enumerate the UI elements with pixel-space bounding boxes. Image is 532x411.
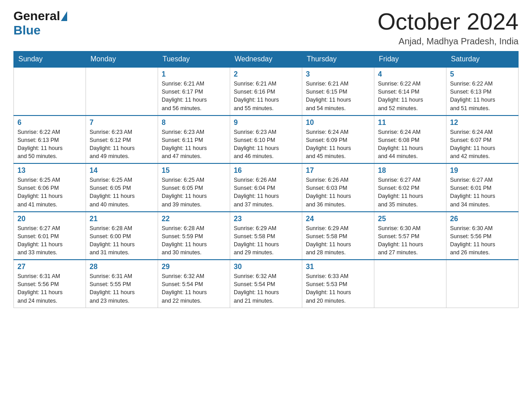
calendar-cell: 7Sunrise: 6:23 AM Sunset: 6:12 PM Daylig… (86, 116, 158, 164)
day-number: 5 (450, 70, 515, 78)
calendar-cell: 14Sunrise: 6:25 AM Sunset: 6:05 PM Dayli… (86, 163, 158, 212)
logo-triangle-icon (61, 11, 67, 21)
weekday-header-tuesday: Tuesday (158, 51, 230, 68)
day-info: Sunrise: 6:30 AM Sunset: 5:57 PM Dayligh… (378, 224, 442, 257)
day-number: 2 (234, 70, 298, 78)
day-info: Sunrise: 6:25 AM Sunset: 6:05 PM Dayligh… (162, 176, 226, 209)
calendar-table: SundayMondayTuesdayWednesdayThursdayFrid… (13, 51, 519, 308)
day-number: 23 (234, 215, 298, 223)
logo-blue-text: Blue (13, 23, 41, 37)
day-info: Sunrise: 6:23 AM Sunset: 6:10 PM Dayligh… (234, 128, 298, 161)
calendar-cell: 23Sunrise: 6:29 AM Sunset: 5:58 PM Dayli… (230, 212, 302, 260)
day-number: 9 (234, 119, 298, 127)
location-text: Anjad, Madhya Pradesh, India (378, 36, 519, 47)
week-row-5: 27Sunrise: 6:31 AM Sunset: 5:56 PM Dayli… (14, 260, 519, 308)
day-number: 30 (234, 263, 298, 271)
day-info: Sunrise: 6:30 AM Sunset: 5:56 PM Dayligh… (450, 224, 515, 257)
day-number: 1 (162, 70, 226, 78)
day-info: Sunrise: 6:25 AM Sunset: 6:06 PM Dayligh… (17, 176, 82, 209)
calendar-cell: 18Sunrise: 6:27 AM Sunset: 6:02 PM Dayli… (374, 163, 446, 212)
day-info: Sunrise: 6:31 AM Sunset: 5:55 PM Dayligh… (90, 272, 154, 305)
week-row-3: 13Sunrise: 6:25 AM Sunset: 6:06 PM Dayli… (14, 163, 519, 212)
calendar-cell (86, 67, 158, 116)
calendar-cell: 12Sunrise: 6:24 AM Sunset: 6:07 PM Dayli… (446, 116, 519, 164)
calendar-cell: 13Sunrise: 6:25 AM Sunset: 6:06 PM Dayli… (14, 163, 86, 212)
day-number: 22 (162, 215, 226, 223)
calendar-cell: 17Sunrise: 6:26 AM Sunset: 6:03 PM Dayli… (302, 163, 374, 212)
day-number: 16 (234, 167, 298, 175)
calendar-cell: 26Sunrise: 6:30 AM Sunset: 5:56 PM Dayli… (446, 212, 519, 260)
calendar-cell: 8Sunrise: 6:23 AM Sunset: 6:11 PM Daylig… (158, 116, 230, 164)
logo: General Blue (13, 9, 68, 38)
calendar-cell: 30Sunrise: 6:32 AM Sunset: 5:54 PM Dayli… (230, 260, 302, 308)
day-number: 6 (17, 119, 82, 127)
calendar-cell: 5Sunrise: 6:22 AM Sunset: 6:13 PM Daylig… (446, 67, 519, 116)
day-info: Sunrise: 6:22 AM Sunset: 6:13 PM Dayligh… (450, 80, 515, 112)
day-info: Sunrise: 6:26 AM Sunset: 6:04 PM Dayligh… (234, 176, 298, 209)
calendar-cell: 24Sunrise: 6:29 AM Sunset: 5:58 PM Dayli… (302, 212, 374, 260)
day-number: 10 (306, 119, 370, 127)
calendar-cell (446, 260, 519, 308)
day-number: 18 (378, 167, 442, 175)
weekday-header-row: SundayMondayTuesdayWednesdayThursdayFrid… (14, 51, 519, 68)
day-info: Sunrise: 6:21 AM Sunset: 6:16 PM Dayligh… (234, 80, 298, 112)
day-number: 28 (90, 263, 154, 271)
day-number: 4 (378, 70, 442, 78)
day-number: 13 (17, 167, 82, 175)
day-info: Sunrise: 6:31 AM Sunset: 5:56 PM Dayligh… (17, 272, 82, 305)
day-number: 15 (162, 167, 226, 175)
day-info: Sunrise: 6:24 AM Sunset: 6:08 PM Dayligh… (378, 128, 442, 161)
day-info: Sunrise: 6:33 AM Sunset: 5:53 PM Dayligh… (306, 272, 370, 305)
day-number: 25 (378, 215, 442, 223)
calendar-cell: 31Sunrise: 6:33 AM Sunset: 5:53 PM Dayli… (302, 260, 374, 308)
day-info: Sunrise: 6:24 AM Sunset: 6:09 PM Dayligh… (306, 128, 370, 161)
day-info: Sunrise: 6:22 AM Sunset: 6:13 PM Dayligh… (17, 128, 82, 161)
calendar-cell: 6Sunrise: 6:22 AM Sunset: 6:13 PM Daylig… (14, 116, 86, 164)
day-info: Sunrise: 6:29 AM Sunset: 5:58 PM Dayligh… (234, 224, 298, 257)
day-info: Sunrise: 6:21 AM Sunset: 6:17 PM Dayligh… (162, 80, 226, 112)
calendar-cell: 21Sunrise: 6:28 AM Sunset: 6:00 PM Dayli… (86, 212, 158, 260)
day-number: 3 (306, 70, 370, 78)
day-number: 20 (17, 215, 82, 223)
day-number: 31 (306, 263, 370, 271)
calendar-cell: 11Sunrise: 6:24 AM Sunset: 6:08 PM Dayli… (374, 116, 446, 164)
day-number: 11 (378, 119, 442, 127)
calendar-cell: 19Sunrise: 6:27 AM Sunset: 6:01 PM Dayli… (446, 163, 519, 212)
weekday-header-friday: Friday (374, 51, 446, 68)
day-info: Sunrise: 6:32 AM Sunset: 5:54 PM Dayligh… (162, 272, 226, 305)
day-number: 17 (306, 167, 370, 175)
day-number: 21 (90, 215, 154, 223)
calendar-cell: 16Sunrise: 6:26 AM Sunset: 6:04 PM Dayli… (230, 163, 302, 212)
calendar-cell: 29Sunrise: 6:32 AM Sunset: 5:54 PM Dayli… (158, 260, 230, 308)
page-header: General Blue October 2024 Anjad, Madhya … (13, 9, 519, 47)
day-number: 19 (450, 167, 515, 175)
calendar-cell: 15Sunrise: 6:25 AM Sunset: 6:05 PM Dayli… (158, 163, 230, 212)
day-number: 14 (90, 167, 154, 175)
calendar-cell: 3Sunrise: 6:21 AM Sunset: 6:15 PM Daylig… (302, 67, 374, 116)
day-info: Sunrise: 6:22 AM Sunset: 6:14 PM Dayligh… (378, 80, 442, 112)
day-info: Sunrise: 6:28 AM Sunset: 6:00 PM Dayligh… (90, 224, 154, 257)
day-info: Sunrise: 6:21 AM Sunset: 6:15 PM Dayligh… (306, 80, 370, 112)
day-info: Sunrise: 6:23 AM Sunset: 6:11 PM Dayligh… (162, 128, 226, 161)
day-number: 8 (162, 119, 226, 127)
calendar-cell: 9Sunrise: 6:23 AM Sunset: 6:10 PM Daylig… (230, 116, 302, 164)
month-title: October 2024 (378, 9, 519, 34)
day-info: Sunrise: 6:28 AM Sunset: 5:59 PM Dayligh… (162, 224, 226, 257)
calendar-cell (374, 260, 446, 308)
day-info: Sunrise: 6:23 AM Sunset: 6:12 PM Dayligh… (90, 128, 154, 161)
day-number: 24 (306, 215, 370, 223)
weekday-header-saturday: Saturday (446, 51, 519, 68)
calendar-cell: 22Sunrise: 6:28 AM Sunset: 5:59 PM Dayli… (158, 212, 230, 260)
calendar-cell: 25Sunrise: 6:30 AM Sunset: 5:57 PM Dayli… (374, 212, 446, 260)
weekday-header-monday: Monday (86, 51, 158, 68)
day-number: 12 (450, 119, 515, 127)
day-info: Sunrise: 6:27 AM Sunset: 6:02 PM Dayligh… (378, 176, 442, 209)
day-number: 7 (90, 119, 154, 127)
day-number: 29 (162, 263, 226, 271)
day-info: Sunrise: 6:32 AM Sunset: 5:54 PM Dayligh… (234, 272, 298, 305)
weekday-header-wednesday: Wednesday (230, 51, 302, 68)
week-row-2: 6Sunrise: 6:22 AM Sunset: 6:13 PM Daylig… (14, 116, 519, 164)
week-row-4: 20Sunrise: 6:27 AM Sunset: 6:01 PM Dayli… (14, 212, 519, 260)
weekday-header-sunday: Sunday (14, 51, 86, 68)
week-row-1: 1Sunrise: 6:21 AM Sunset: 6:17 PM Daylig… (14, 67, 519, 116)
